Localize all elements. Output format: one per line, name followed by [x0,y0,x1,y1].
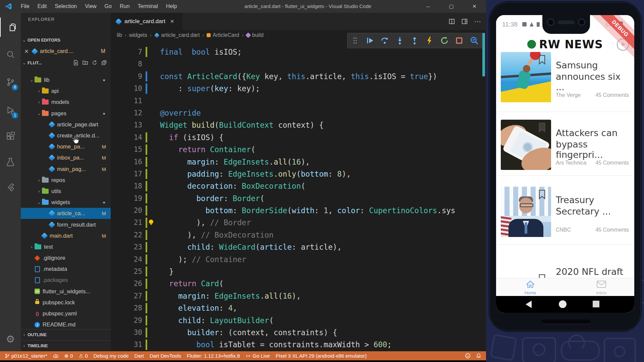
timeline-section[interactable]: ›TIMELINE [21,340,111,351]
status-pixel-3-xl-api-29-android-x86-emulator-[interactable]: Pixel 3 XL API 29 (android-x86 emulator) [276,353,367,359]
open-editor-item[interactable]: ✕ article_card.... M [21,46,111,56]
tree-item-pages[interactable]: ⌄pages● [21,108,111,119]
tree-item-models[interactable]: ›models [21,97,111,108]
more-actions-icon[interactable]: ⋯ [474,17,481,25]
close-editor-icon[interactable]: ✕ [21,48,32,55]
menu-edit[interactable]: Edit [34,0,51,13]
tree-item--packages[interactable]: .packages [21,275,111,286]
status-debug-my-code[interactable]: Debug my code [93,353,128,359]
new-folder-icon[interactable] [83,60,88,65]
tree-item-main-dart[interactable]: main.dartM [21,230,111,241]
code-line-17: 17 padding: EdgeInsets.only(bottom: 8), [111,168,482,180]
menu-run[interactable]: Run [116,0,133,13]
debug-inspect-icon[interactable] [468,35,480,47]
code-line-12: 12@override [111,107,482,119]
tree-item-main-pag-[interactable]: main_pag...M [21,164,111,175]
tree-item-form-result-dart[interactable]: form_result.dart [21,219,111,230]
android-back-button[interactable] [526,301,532,308]
bookmark-icon[interactable] [538,122,546,132]
maximize-button[interactable]: ▢ [440,0,463,13]
menu-view[interactable]: View [81,0,100,13]
status-0[interactable]: ⊗0 [64,353,73,359]
dart-file-icon [49,166,55,172]
minimize-button[interactable]: ─ [417,0,440,13]
tree-item-article-ca-[interactable]: article_ca...M [21,208,111,219]
collapse-all-icon[interactable] [101,60,107,65]
tree-item-flutter-ui-widgets-[interactable]: <>flutter_ui_widgets... [21,286,111,297]
source-control-icon[interactable]: 6 [0,72,21,92]
close-button[interactable]: ✕ [463,0,486,13]
status-0[interactable]: ⚠0 [79,353,88,359]
settings-gear-icon[interactable]: ⚙ [0,329,21,349]
toggle-layout-icon[interactable] [462,18,468,24]
flutter-icon[interactable] [0,178,21,197]
tree-item-create-article-d-[interactable]: create_article.d... [21,130,111,141]
menu-help[interactable]: Help [162,0,181,13]
tree-item-repos[interactable]: ›repos [21,175,111,186]
nav-home[interactable]: Home [517,280,544,295]
breadcrumb-ArticleCard[interactable]: ArticleCard [207,32,239,38]
status-p01e12-starter-[interactable]: p01e12_starter* [5,353,47,359]
debug-step-into-icon[interactable] [394,35,406,47]
debug-continue-icon[interactable] [364,35,376,47]
run-debug-icon[interactable]: 1 [0,101,21,120]
bookmark-icon[interactable] [538,189,546,199]
split-editor-icon[interactable] [449,18,455,24]
breadcrumb-widgets[interactable]: widgets [129,32,147,38]
tree-item-home-pa-[interactable]: home_pa...M [21,141,111,152]
tree-item-README-md[interactable]: iREADME.md [21,319,111,330]
tree-item-utils[interactable]: ›utils [21,186,111,197]
tree-item-article-page-dart[interactable]: article_page.dart [21,119,111,130]
status-cloud[interactable] [53,353,59,359]
debug-stop-icon[interactable] [453,35,465,47]
close-tab-icon[interactable]: ✕ [170,18,174,24]
menu-go[interactable]: Go [101,0,116,13]
test-beaker-icon[interactable] [0,152,21,172]
breadcrumb-build[interactable]: build [246,32,264,38]
tree-item-test[interactable]: ›test [21,241,111,252]
list-divider [497,244,633,245]
breadcrumb-lib[interactable]: lib [117,32,122,38]
refresh-icon[interactable] [92,60,97,65]
tree-item--gitignore[interactable]: .gitignore [21,252,111,263]
status-feedback-icon[interactable] [465,353,471,359]
menu-file[interactable]: File [17,0,34,13]
project-folder-header[interactable]: ⌄FLUT... [21,58,111,68]
article-card[interactable]: TreasurySecretary ...CNBC45 Comments [496,187,634,246]
android-recents-button[interactable] [593,301,599,307]
explorer-icon[interactable] [0,17,21,37]
bookmark-icon[interactable] [538,55,546,65]
tree-item-widgets[interactable]: ⌄widgets● [21,197,111,208]
extensions-icon[interactable] [0,127,21,146]
tab-article-card[interactable]: article_card.dart ✕ [111,13,182,30]
article-card[interactable]: Samsungannounces six ...The Verge45 Comm… [496,52,634,112]
open-editors-header[interactable]: ⌄OPEN EDITORS [21,35,111,45]
menu-terminal[interactable]: Terminal [133,0,162,13]
tree-item-lib[interactable]: ⌄lib● [21,74,111,85]
lightbulb-icon[interactable] [149,220,153,224]
android-home-button[interactable] [559,300,567,308]
status-dart[interactable]: Dart [135,353,144,359]
debug-grip-icon[interactable] [349,35,361,47]
debug-step-over-icon[interactable] [379,35,391,47]
outline-section[interactable]: ›OUTLINE [21,329,111,340]
breadcrumb-article_card.dart[interactable]: article_card.dart [154,32,200,38]
article-card[interactable]: Attackers canbypass fingerpri...Ars Tech… [496,120,634,179]
tree-item-inbox-pa-[interactable]: inbox_pa...M [21,152,111,163]
new-file-icon[interactable] [73,60,78,65]
debug-step-out-icon[interactable] [409,35,421,47]
status-dart-devtools[interactable]: Dart DevTools [150,353,181,359]
debug-restart-icon[interactable] [438,35,450,47]
tree-item-pubspec-yaml[interactable]: {}pubspec.yaml [21,308,111,319]
nav-inbox[interactable]: Inbox [588,280,615,295]
tree-item-api[interactable]: ›api [21,85,111,97]
debug-hot-reload-icon[interactable] [423,35,435,47]
status-flutter-1-12-13-hotfix-8[interactable]: Flutter: 1.12.13+hotfix.8 [187,353,240,359]
tree-item-pubspec-lock[interactable]: pubspec.lock [21,297,111,308]
status-go-live[interactable]: Go Live [246,353,270,359]
menu-selection[interactable]: Selection [51,0,81,13]
tree-item--metadata[interactable]: .metadata [21,263,111,275]
status-bell-icon[interactable] [476,353,481,359]
code-editor[interactable]: 7final bool isIOS;89const ArticleCard({K… [111,46,482,351]
search-icon[interactable] [0,45,21,64]
